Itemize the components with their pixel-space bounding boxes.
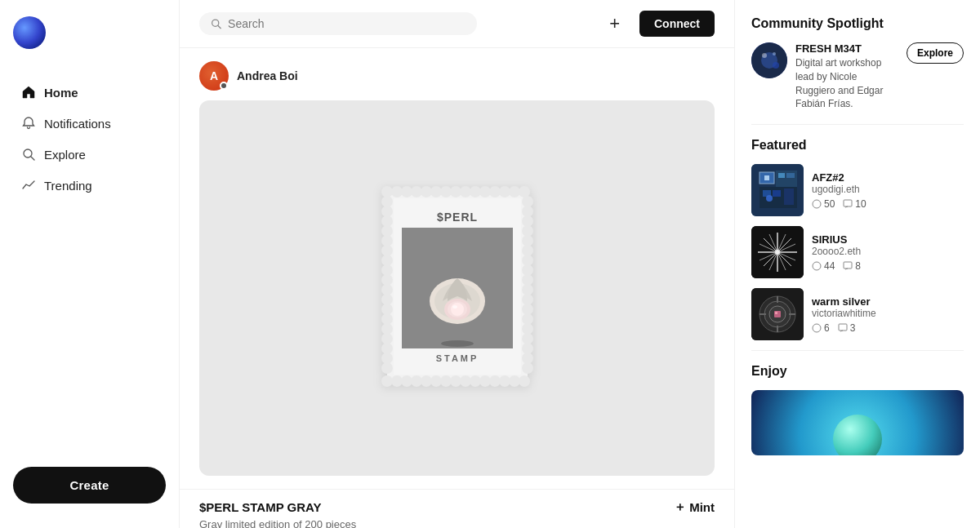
community-spotlight-title: Community Spotlight [751, 16, 964, 31]
svg-rect-130 [839, 324, 847, 331]
svg-point-44 [381, 245, 393, 256]
svg-point-101 [766, 195, 773, 202]
sidebar-item-explore[interactable]: Explore [13, 140, 166, 168]
nft-title-row: $PERL STAMP GRAY ＋ Mint [199, 499, 715, 515]
svg-point-20 [489, 186, 501, 197]
svg-point-103 [813, 200, 821, 208]
mint-button[interactable]: ＋ Mint [674, 499, 715, 515]
comments-stat-warm: 3 [838, 322, 856, 334]
feed: A Andrea Boi [180, 48, 734, 528]
featured-list: AFZ#2 ugodigi.eth 50 10 [751, 164, 964, 340]
featured-info-sirius: SIRIUS 2oooo2.eth 44 8 [812, 233, 964, 272]
nft-card: $PERL [199, 100, 715, 476]
svg-point-33 [470, 375, 481, 387]
divider-2 [751, 350, 964, 351]
svg-point-30 [440, 375, 452, 387]
svg-point-71 [522, 333, 533, 344]
header: + Connect [180, 0, 734, 48]
svg-point-115 [775, 250, 780, 255]
post-author: Andrea Boi [237, 69, 298, 82]
nft-description: Gray limited edition of 200 pieces [199, 518, 715, 528]
explore-button[interactable]: Explore [906, 42, 964, 64]
spotlight-desc: Digital art workshop lead by Nicole Rugg… [795, 56, 898, 111]
svg-point-84 [441, 340, 474, 347]
svg-rect-96 [778, 173, 785, 178]
featured-stats-sirius: 44 8 [812, 260, 964, 272]
create-button[interactable]: Create [13, 467, 166, 504]
heart-icon-2 [812, 261, 822, 271]
svg-point-19 [479, 186, 491, 197]
plus-button[interactable]: + [603, 10, 626, 38]
svg-point-89 [773, 52, 776, 55]
featured-stats-afz: 50 10 [812, 198, 964, 210]
svg-point-58 [522, 206, 533, 217]
svg-point-21 [499, 186, 510, 197]
heart-icon [812, 199, 822, 209]
svg-text:$PERL: $PERL [436, 211, 477, 224]
sidebar-item-trending[interactable]: Trending [13, 171, 166, 199]
svg-point-55 [381, 353, 393, 364]
comments-stat-afz: 10 [843, 198, 866, 210]
svg-point-64 [522, 264, 533, 276]
svg-point-15 [440, 186, 452, 197]
sidebar-item-home-label: Home [44, 86, 78, 100]
enjoy-title: Enjoy [751, 364, 964, 379]
sidebar-item-home[interactable]: Home [13, 78, 166, 106]
logo[interactable] [13, 16, 166, 52]
svg-point-32 [460, 375, 471, 387]
svg-point-31 [450, 375, 461, 387]
svg-point-82 [451, 303, 464, 316]
svg-point-29 [430, 375, 442, 387]
nft-card-wrapper: $PERL [180, 100, 734, 489]
sidebar: Home Notifications Explore [0, 0, 180, 528]
featured-item-afz[interactable]: AFZ#2 ugodigi.eth 50 10 [751, 164, 964, 216]
explore-icon [21, 147, 36, 162]
svg-rect-102 [784, 189, 794, 205]
svg-line-3 [218, 25, 220, 28]
svg-point-36 [499, 375, 510, 387]
featured-creator-sirius: 2oooo2.eth [812, 246, 964, 257]
connect-button[interactable]: Connect [639, 11, 715, 37]
svg-rect-128 [775, 312, 777, 314]
svg-point-69 [522, 313, 533, 325]
featured-item-warm[interactable]: warm silver victoriawhitime 6 3 [751, 288, 964, 340]
avatar: A [199, 61, 229, 91]
enjoy-thumbnail [751, 390, 964, 455]
featured-info-afz: AFZ#2 ugodigi.eth 50 10 [812, 171, 964, 210]
svg-point-48 [381, 284, 393, 295]
sidebar-item-trending-label: Trending [44, 179, 92, 193]
nft-title: $PERL STAMP GRAY [199, 500, 322, 514]
svg-line-1 [31, 157, 34, 160]
spotlight-avatar [751, 42, 787, 78]
svg-point-59 [522, 215, 533, 227]
nft-info: $PERL STAMP GRAY ＋ Mint Gray limited edi… [180, 489, 734, 528]
svg-point-42 [381, 225, 393, 237]
svg-point-45 [381, 255, 393, 266]
enjoy-ball [833, 415, 882, 455]
svg-point-54 [381, 343, 393, 354]
search-input[interactable] [228, 17, 466, 30]
svg-point-0 [24, 149, 32, 158]
svg-point-83 [452, 305, 457, 308]
svg-point-14 [430, 186, 442, 197]
featured-creator-warm: victoriawhitime [812, 308, 964, 319]
featured-thumb-warm [751, 288, 804, 340]
featured-creator-afz: ugodigi.eth [812, 184, 964, 195]
divider-1 [751, 124, 964, 125]
svg-point-12 [411, 186, 422, 197]
featured-name-afz: AFZ#2 [812, 171, 964, 184]
svg-point-50 [381, 304, 393, 315]
featured-info-warm: warm silver victoriawhitime 6 3 [812, 295, 964, 334]
featured-item-sirius[interactable]: SIRIUS 2oooo2.eth 44 8 [751, 226, 964, 278]
svg-point-34 [479, 375, 491, 387]
svg-point-70 [522, 323, 533, 335]
svg-point-46 [381, 264, 393, 276]
svg-point-52 [381, 323, 393, 335]
search-bar[interactable] [199, 12, 477, 35]
svg-point-68 [522, 304, 533, 315]
svg-point-66 [522, 284, 533, 295]
sidebar-item-notifications[interactable]: Notifications [13, 109, 166, 137]
svg-point-49 [381, 294, 393, 305]
svg-point-38 [519, 375, 530, 387]
svg-point-22 [509, 186, 520, 197]
